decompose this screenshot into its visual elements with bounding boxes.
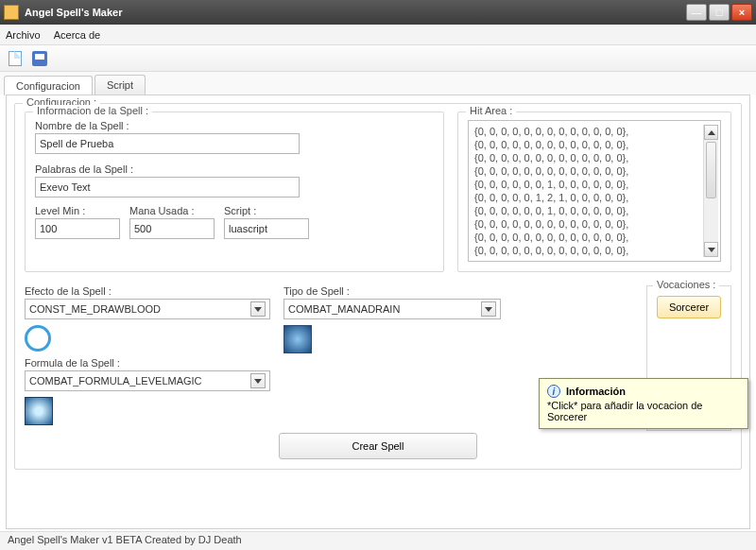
combo-efecto[interactable]: CONST_ME_DRAWBLOOD xyxy=(25,299,270,319)
maximize-button[interactable]: □ xyxy=(709,4,730,21)
scroll-thumb[interactable] xyxy=(706,142,716,198)
app-icon xyxy=(4,5,19,20)
status-text: Angel Spell's Maker v1 BETA Created by D… xyxy=(8,534,242,545)
formula-preview-icon xyxy=(25,397,53,425)
info-icon: i xyxy=(547,385,560,398)
input-levelmin[interactable]: 100 xyxy=(35,218,120,239)
create-spell-button[interactable]: Crear Spell xyxy=(279,433,477,459)
status-bar: Angel Spell's Maker v1 BETA Created by D… xyxy=(0,531,756,550)
new-file-button[interactable] xyxy=(6,49,25,68)
toolbar xyxy=(0,45,756,72)
scroll-down-button[interactable] xyxy=(704,242,718,257)
close-button[interactable]: × xyxy=(731,4,752,21)
window-title: Angel Spell's Maker xyxy=(25,7,684,18)
legend-vocaciones: Vocaciones : xyxy=(653,279,719,290)
save-button[interactable] xyxy=(30,49,49,68)
label-levelmin: Level Min : xyxy=(35,205,120,216)
hitarea-content: {0, 0, 0, 0, 0, 0, 0, 0, 0, 0, 0, 0, 0},… xyxy=(474,125,703,257)
vocation-sorcerer-button[interactable]: Sorcerer xyxy=(657,296,721,318)
input-palabras[interactable]: Exevo Text xyxy=(35,177,300,198)
group-hitarea: Hit Area : {0, 0, 0, 0, 0, 0, 0, 0, 0, 0… xyxy=(457,112,731,272)
tooltip: i Información *Click* para añadir la voc… xyxy=(539,378,748,429)
input-nombre[interactable]: Spell de Prueba xyxy=(35,133,300,154)
page-new-icon xyxy=(9,51,22,66)
disk-icon xyxy=(32,51,47,66)
label-nombre: Nombre de la Spell : xyxy=(35,120,434,131)
chevron-down-icon xyxy=(250,301,266,317)
hitarea-textarea[interactable]: {0, 0, 0, 0, 0, 0, 0, 0, 0, 0, 0, 0, 0},… xyxy=(468,120,721,262)
group-info: Informacion de la Spell : Nombre de la S… xyxy=(25,112,444,272)
scrollbar-vertical[interactable] xyxy=(703,125,718,257)
label-mana: Mana Usada : xyxy=(129,205,215,216)
chevron-down-icon xyxy=(481,301,496,317)
tipo-preview-icon xyxy=(284,325,312,353)
legend-hitarea: Hit Area : xyxy=(466,105,516,116)
label-script: Script : xyxy=(224,205,309,216)
tooltip-body: *Click* para añadir la vocacion de Sorce… xyxy=(547,400,740,422)
main-panel: Configuracion : Informacion de la Spell … xyxy=(6,95,750,529)
titlebar: Angel Spell's Maker — □ × xyxy=(0,0,756,25)
combo-formula[interactable]: COMBAT_FORMULA_LEVELMAGIC xyxy=(25,370,270,391)
effect-preview-icon xyxy=(25,325,51,352)
menu-acerca[interactable]: Acerca de xyxy=(54,29,101,41)
menu-bar: Archivo Acerca de xyxy=(0,25,756,45)
tooltip-title: Información xyxy=(566,386,626,397)
chevron-down-icon xyxy=(250,373,266,388)
input-mana[interactable]: 500 xyxy=(129,218,215,239)
input-script[interactable]: luascript xyxy=(224,218,309,239)
minimize-button[interactable]: — xyxy=(686,4,707,21)
tab-strip: Configuracion Script xyxy=(0,72,756,95)
legend-info: Informacion de la Spell : xyxy=(33,105,152,116)
label-palabras: Palabras de la Spell : xyxy=(35,163,434,175)
tab-script[interactable]: Script xyxy=(94,75,146,95)
label-formula: Formula de la Spell : xyxy=(25,357,270,369)
label-tipo: Tipo de Spell : xyxy=(284,285,501,297)
combo-tipo[interactable]: COMBAT_MANADRAIN xyxy=(284,299,501,319)
scroll-up-button[interactable] xyxy=(704,125,718,140)
label-efecto: Efecto de la Spell : xyxy=(25,285,270,297)
tab-configuracion[interactable]: Configuracion xyxy=(4,76,93,95)
menu-archivo[interactable]: Archivo xyxy=(6,29,41,41)
tooltip-header: i Información xyxy=(547,385,740,398)
